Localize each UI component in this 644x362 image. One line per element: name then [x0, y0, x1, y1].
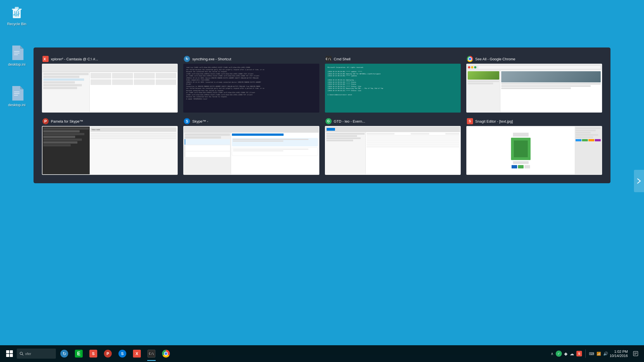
chrome-content [467, 70, 602, 112]
taskbar-app-snagit[interactable]: S [86, 346, 101, 361]
pamela-right: Voice mails [90, 127, 177, 174]
svg-rect-10 [14, 92, 20, 92]
xplorer-taskbar-icon: X [133, 350, 141, 358]
skype-content [184, 133, 319, 174]
skype-app-icon: S [184, 118, 190, 124]
chrome-app-icon [467, 56, 473, 62]
task-header-xplorer: X xplorer² - Camtasia @ C:\ #... [42, 56, 178, 62]
pamela-app-icon: P [42, 118, 49, 124]
recycle-bin-icon[interactable]: Recycle Bin [3, 3, 31, 27]
task-item-cmd[interactable]: C:\ Cmd Shell Microsoft Corporation. All… [325, 56, 461, 113]
cmd-app-icon: C:\ [325, 56, 332, 62]
task-switcher: X xplorer² - Camtasia @ C:\ #... [34, 47, 610, 183]
dropbox-tray-icon[interactable]: ◆ [564, 351, 567, 356]
svg-line-16 [22, 354, 23, 356]
xplorer-sidebar [42, 72, 90, 112]
system-tray-icons: ∧ ✓ ◆ ☁ S ⌨ [551, 349, 608, 358]
skype-title: Skype™ - [192, 119, 319, 123]
tray-divider [585, 349, 586, 358]
skype-taskbar-icon: S [118, 350, 126, 358]
pamela-left [42, 127, 90, 174]
taskbar-app-chrome[interactable] [159, 346, 173, 361]
evernote-taskbar-icon: E [75, 350, 83, 358]
desktop-ini-icon-2[interactable]: desktop.ini [3, 84, 31, 108]
network-tray-icon[interactable]: 📶 [597, 352, 601, 356]
pamela-preview: Voice mails [42, 126, 178, 175]
taskbar-app-syncthing[interactable]: ↻ [57, 346, 72, 361]
skype-toolbar [184, 127, 319, 133]
snagit-title: Snagit Editor - [text.jpg] [475, 119, 602, 123]
tray-expand-button[interactable]: ∧ [551, 351, 553, 356]
task-header-skype: S Skype™ - [183, 118, 319, 124]
taskbar-app-cmd[interactable]: C:\ [144, 346, 159, 361]
xplorer-preview [42, 64, 178, 113]
task-header-pamela: P Pamela for Skype™ [42, 118, 178, 124]
snagit-app-icon: S [467, 118, 473, 124]
taskbar-app-xplorer[interactable]: X [130, 346, 144, 361]
task-item-pamela[interactable]: P Pamela for Skype™ Voice mails [42, 118, 178, 175]
taskbar-clock[interactable]: 1:02 PM 10/14/2016 [610, 349, 628, 358]
chrome-taskbar-icon [162, 350, 170, 358]
notification-button[interactable] [629, 347, 642, 360]
taskbar-app-skype[interactable]: S [115, 346, 130, 361]
snagit-green-box [511, 138, 531, 160]
chrome-main [500, 70, 602, 112]
task-item-syncthing[interactable]: ↻ syncthing.exe - Shortcut read tcp [fe8… [183, 56, 319, 113]
svg-rect-5 [14, 51, 20, 52]
task-header-snagit: S Snagit Editor - [text.jpg] [466, 118, 602, 124]
xplorer-main [90, 72, 177, 112]
task-item-snagit[interactable]: S Snagit Editor - [text.jpg] [466, 118, 602, 175]
skype-left [184, 133, 231, 174]
gtd-title: GTD - leo - Evern... [334, 119, 460, 123]
task-header-gtd: G GTD - leo - Evern... [325, 118, 461, 124]
taskbar-app-pamela[interactable]: P [101, 346, 115, 361]
desktop: Recycle Bin desktop.ini desktop.in [0, 0, 644, 362]
start-button[interactable] [2, 346, 17, 361]
snagit-left [467, 127, 575, 174]
chrome-preview [466, 64, 602, 113]
clock-date: 10/14/2016 [610, 354, 628, 358]
gtd-main [366, 132, 460, 174]
pamela-title: Pamela for Skype™ [51, 119, 177, 123]
gtd-app-icon: G [325, 118, 332, 124]
snagit-preview [466, 126, 602, 175]
gtd-preview [325, 126, 461, 175]
taskbar-right: ∧ ✓ ◆ ☁ S ⌨ [551, 347, 642, 360]
chrome-nav [467, 64, 602, 70]
snagit-tray-icon[interactable]: S [576, 351, 582, 356]
search-label: xfer [25, 352, 31, 356]
cmd-taskbar-icon: C:\ [148, 350, 155, 358]
svg-text:X: X [44, 57, 46, 61]
keyboard-tray-icon[interactable]: ⌨ [589, 352, 594, 356]
taskbar: xfer ↻ E S [0, 345, 644, 362]
taskbar-app-evernote[interactable]: E [72, 346, 86, 361]
svg-rect-7 [14, 54, 18, 55]
cloud-tray-icon[interactable]: ☁ [570, 351, 574, 356]
security-tray-icon[interactable]: ✓ [556, 351, 562, 357]
desktop-ini-label-2: desktop.ini [8, 103, 25, 107]
xplorer-toolbar [42, 64, 177, 72]
task-item-chrome[interactable]: See All - Google Chrome [466, 56, 602, 113]
windows-logo-icon [6, 350, 13, 357]
chrome-title: See All - Google Chrome [475, 57, 602, 61]
skype-preview [183, 126, 319, 175]
snagit-right [575, 127, 602, 174]
gtd-toolbar [325, 127, 460, 132]
task-header-syncthing: ↻ syncthing.exe - Shortcut [183, 56, 319, 62]
svg-rect-12 [14, 95, 18, 96]
task-item-gtd[interactable]: G GTD - leo - Evern... [325, 118, 461, 175]
desktop-ini-icon-1[interactable]: desktop.ini [3, 43, 31, 68]
taskbar-search[interactable]: xfer [17, 349, 56, 359]
taskbar-apps: ↻ E S P [57, 346, 173, 361]
syncthing-preview: read tcp [fe80::ecf2:d1ae:61b:c449%4]:41… [183, 64, 319, 113]
cmd-preview: Microsoft Corporation. All rights reserv… [325, 64, 461, 113]
chrome-sidebar [467, 70, 501, 112]
task-item-xplorer[interactable]: X xplorer² - Camtasia @ C:\ #... [42, 56, 178, 113]
svg-marker-9 [20, 86, 23, 89]
volume-tray-icon[interactable]: 🔊 [603, 351, 608, 356]
side-button[interactable] [634, 170, 644, 192]
task-item-skype[interactable]: S Skype™ - [183, 118, 319, 175]
syncthing-title: syncthing.exe - Shortcut [192, 57, 319, 61]
xplorer-title: xplorer² - Camtasia @ C:\ #... [51, 57, 177, 61]
svg-rect-6 [14, 53, 20, 53]
